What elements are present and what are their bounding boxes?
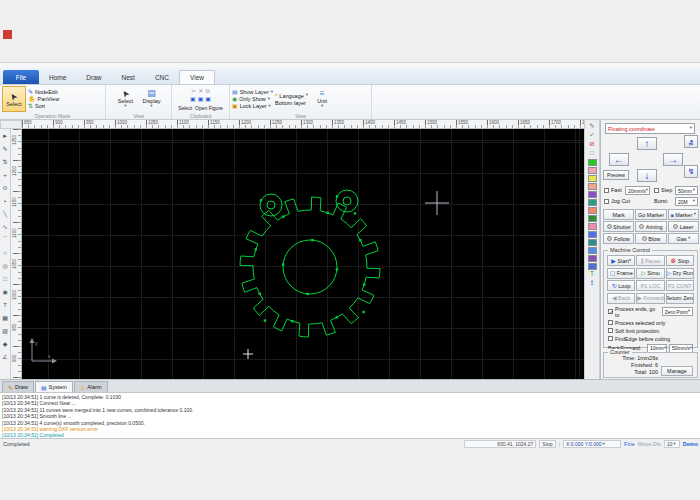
color-swatch-4[interactable] [588, 191, 597, 198]
step-checkbox[interactable] [654, 188, 659, 193]
process-ends-select[interactable]: Zero Point▾ [662, 307, 693, 316]
log-tab-alarm[interactable]: ⚠Alarm [74, 381, 108, 392]
ribbon-tab-nest[interactable]: Nest [112, 70, 145, 84]
simu-button[interactable]: ▷Simu [636, 268, 664, 279]
process-selected-checkbox[interactable] [608, 320, 613, 325]
line-tool-icon[interactable]: ╲ [0, 207, 10, 220]
polyline-tool-icon[interactable]: ∿ [0, 220, 10, 233]
color-swatch-7[interactable] [588, 215, 597, 222]
drawing-canvas[interactable]: yx [22, 129, 584, 379]
process-ends-checkbox[interactable] [608, 309, 613, 314]
start-button[interactable]: ▶Start* [607, 255, 635, 266]
ellipse-tool-icon[interactable]: ◎ [0, 259, 10, 272]
image-tool-icon[interactable]: ▦ [0, 311, 10, 324]
point-tool-icon[interactable]: • [0, 194, 10, 207]
aiming-button[interactable]: Aiming [635, 221, 666, 232]
ribbon-tab-draw[interactable]: Draw [76, 70, 111, 84]
stop-button[interactable]: ⊗Stop [666, 255, 694, 266]
dry-run-button[interactable]: ▷Dry Run [666, 268, 694, 279]
bottom-layer-button[interactable]: Bottom layer [275, 100, 308, 106]
color-swatch-3[interactable] [588, 183, 597, 190]
color-swatch-6[interactable] [588, 207, 597, 214]
step-dist-select[interactable]: 50mm▾ [675, 186, 698, 195]
sort-tool-icon[interactable]: ⇅ [0, 155, 10, 168]
copy-icon[interactable]: ⧉ [205, 88, 209, 94]
mark-button[interactable]: Mark [603, 209, 634, 220]
frame-button[interactable]: ▢Frame [607, 268, 635, 279]
node-edit-button[interactable]: ✎NodeEdit [28, 89, 59, 95]
pen-tool-icon[interactable]: ◆ [0, 337, 10, 350]
paste-icon[interactable]: ▣ [190, 96, 196, 102]
log-area[interactable]: [10/13 20:34:51] 1 curve is deleted, Com… [0, 392, 700, 438]
manage-button[interactable]: Manage [661, 366, 693, 376]
color-swatch-10[interactable] [588, 239, 597, 246]
z-up-button[interactable]: ↯ [684, 135, 698, 148]
color-swatch-12[interactable] [588, 255, 597, 262]
cut-icon[interactable]: ✂ [191, 88, 196, 94]
hatch-tool-icon[interactable]: ▨ [0, 324, 10, 337]
file-tab[interactable]: File [3, 70, 39, 84]
p1-cont-button[interactable]: P1 CONT [666, 280, 694, 291]
color-swatch-1[interactable] [588, 167, 597, 174]
pan-view-button[interactable]: ✋PanView [28, 96, 59, 102]
node-edit-tool-icon[interactable]: ✎ [0, 142, 10, 155]
color-swatch-8[interactable] [588, 223, 597, 230]
shutter-button[interactable]: Shutter [603, 221, 634, 232]
move-step-select[interactable]: 10▾ [664, 440, 680, 448]
circle-tool-icon[interactable]: ○ [0, 246, 10, 259]
lock-layer-button[interactable]: ▣Lock Layer▾ [232, 103, 273, 109]
back-button[interactable]: ◀Back [607, 293, 635, 304]
select-tool-icon[interactable]: ► [0, 129, 10, 142]
z-down-button[interactable]: ↯ [684, 165, 698, 178]
show-layer-button[interactable]: ▤Show Layer▾ [232, 89, 273, 95]
color-swatch-2[interactable] [588, 175, 597, 182]
no-mark-icon[interactable]: ⊘ [587, 140, 597, 149]
jog-cut-checkbox[interactable] [604, 199, 609, 204]
burst-select[interactable]: 20M▾ [675, 197, 698, 206]
color-swatch-0[interactable] [588, 159, 597, 166]
soft-limit-checkbox[interactable] [608, 328, 613, 333]
sort-button[interactable]: ⇅Sort [28, 103, 59, 109]
display-button[interactable]: ▤ Display ▾ [140, 86, 164, 112]
layer-pen-icon[interactable]: ✎ [587, 122, 597, 131]
preview-button[interactable]: Preview [603, 170, 629, 180]
color-swatch-11[interactable] [588, 247, 597, 254]
text-layer-icon[interactable]: T [587, 270, 597, 279]
raise-layer-icon[interactable]: ↥ [587, 279, 597, 288]
jog-up-button[interactable]: ↑ [637, 137, 657, 150]
paste-special-icon[interactable]: ▣ [198, 96, 204, 102]
unit-button[interactable]: ≡ Unit ▾ [310, 86, 334, 112]
blank-color-icon[interactable]: □ [587, 149, 597, 158]
mark-check-icon[interactable]: ✓ [587, 131, 597, 140]
rect-tool-icon[interactable]: □ [0, 272, 10, 285]
fast-checkbox[interactable] [604, 188, 609, 193]
open-figure-label[interactable]: Open Figure [195, 105, 223, 111]
jog-left-button[interactable]: ← [609, 153, 629, 166]
log-tab-system[interactable]: ▤System [35, 381, 73, 392]
ribbon-tab-cnc[interactable]: CNC [145, 70, 179, 84]
fast-speed-select[interactable]: 20mm/s▾ [625, 186, 650, 195]
arc-tool-icon[interactable]: ⌒ [0, 233, 10, 246]
return-zero-button[interactable]: Return Zero [666, 293, 694, 304]
select-mode-button[interactable]: ➤ Select [2, 86, 26, 112]
jog-down-button[interactable]: ↓ [637, 169, 657, 182]
duplicate-icon[interactable]: ▣ [205, 96, 211, 102]
coordinate-mode-select[interactable]: Floating coordinate ▾ [605, 123, 695, 134]
only-show-button[interactable]: ◉Only Show▾ [232, 96, 273, 102]
ring-tool-icon[interactable]: ◉ [0, 285, 10, 298]
blow-button[interactable]: Blow [635, 233, 666, 244]
log-tab-draw[interactable]: ✎Draw [2, 381, 34, 392]
machine-position[interactable]: X:0.000 Y:0.000▾ [563, 440, 621, 448]
loop-button[interactable]: ↻Loop [607, 280, 635, 291]
ribbon-tab-view[interactable]: View [179, 70, 215, 84]
p1-loc-button[interactable]: P1 LOC [636, 280, 664, 291]
measure-tool-icon[interactable]: ∠ [0, 350, 10, 363]
gas-button[interactable]: Gas▾ [668, 233, 699, 244]
clipboard-select-label[interactable]: Select [178, 105, 192, 111]
find-edge-checkbox[interactable] [608, 336, 613, 341]
fine-toggle[interactable]: Fine [624, 441, 635, 447]
color-swatch-9[interactable] [588, 231, 597, 238]
follow-button[interactable]: Follow [603, 233, 634, 244]
ribbon-tab-home[interactable]: Home [39, 70, 76, 84]
delete-icon[interactable]: ✕ [198, 88, 203, 94]
